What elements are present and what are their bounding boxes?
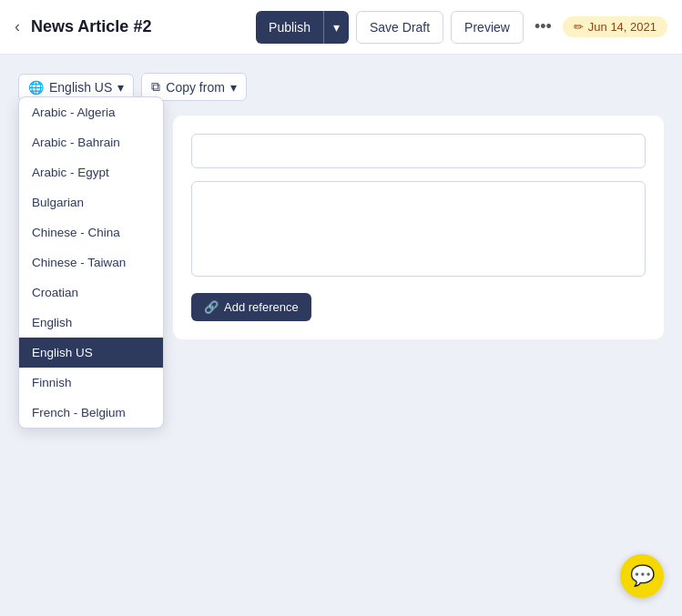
- edit-icon: ✏: [574, 20, 584, 34]
- header: ‹ News Article #2 Publish ▾ Save Draft P…: [0, 0, 682, 55]
- title-input[interactable]: [191, 134, 646, 168]
- page-title: News Article #2: [31, 17, 256, 36]
- main-content: 🌐 English US ▾ ⧉ Copy from ▾ Arabic - Al…: [0, 55, 682, 430]
- save-draft-button[interactable]: Save Draft: [356, 11, 443, 44]
- body-textarea[interactable]: [191, 181, 646, 277]
- dropdown-item-chinese-taiwan[interactable]: Chinese - Taiwan: [19, 247, 163, 278]
- chat-bubble[interactable]: 💬: [620, 554, 664, 598]
- add-reference-button[interactable]: 🔗 Add reference: [191, 293, 311, 321]
- more-options-button[interactable]: •••: [531, 17, 555, 36]
- back-button[interactable]: ‹: [15, 17, 20, 36]
- preview-button[interactable]: Preview: [451, 11, 524, 44]
- copy-chevron-icon: ▾: [230, 80, 237, 95]
- header-actions: Publish ▾ Save Draft Preview ••• ✏ Jun 1…: [256, 11, 667, 44]
- add-reference-label: Add reference: [224, 300, 299, 314]
- copy-from-label: Copy from: [166, 80, 225, 95]
- dropdown-item-finnish[interactable]: Finnish: [19, 368, 163, 398]
- language-label: English US: [49, 80, 112, 95]
- dropdown-item-bulgarian[interactable]: Bulgarian: [19, 187, 163, 217]
- dropdown-item-english-us[interactable]: English US: [19, 338, 163, 368]
- language-chevron-icon: ▾: [117, 80, 124, 95]
- copy-icon: ⧉: [151, 79, 160, 95]
- content-card: 🔗 Add reference: [173, 116, 664, 339]
- language-dropdown-menu: Arabic - Algeria Arabic - Bahrain Arabic…: [18, 96, 164, 429]
- dropdown-item-french-belgium[interactable]: French - Belgium: [19, 398, 163, 428]
- dropdown-item-croatian[interactable]: Croatian: [19, 278, 163, 308]
- date-badge: ✏ Jun 14, 2021: [563, 16, 667, 37]
- dropdown-item-arabic-egypt[interactable]: Arabic - Egypt: [19, 157, 163, 187]
- publish-dropdown-arrow[interactable]: ▾: [324, 20, 349, 35]
- dropdown-item-english[interactable]: English: [19, 308, 163, 338]
- chat-icon: 💬: [630, 564, 655, 588]
- publish-label: Publish: [256, 20, 323, 35]
- date-text: Jun 14, 2021: [588, 20, 657, 34]
- globe-icon: 🌐: [28, 80, 44, 95]
- dropdown-item-arabic-algeria[interactable]: Arabic - Algeria: [19, 97, 163, 127]
- dropdown-item-arabic-bahrain[interactable]: Arabic - Bahrain: [19, 127, 163, 157]
- dropdown-item-chinese-china[interactable]: Chinese - China: [19, 217, 163, 247]
- publish-button[interactable]: Publish ▾: [256, 11, 349, 44]
- link-icon: 🔗: [204, 300, 219, 314]
